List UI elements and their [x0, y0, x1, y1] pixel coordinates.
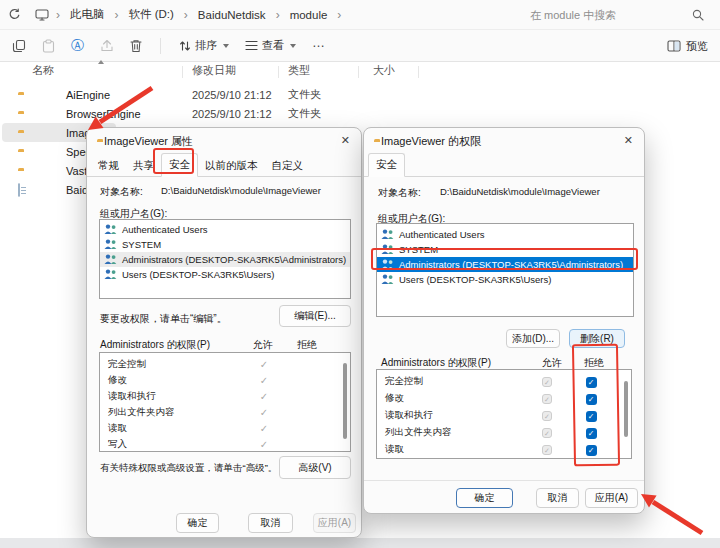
- permission-row: 写入 ✓ ✓: [377, 458, 631, 459]
- computer-icon[interactable]: [35, 9, 49, 21]
- dialog-title: ImageViewer 属性: [104, 134, 193, 149]
- deny-checkbox-checked[interactable]: ✓: [586, 411, 597, 422]
- deny-checkbox-checked[interactable]: ✓: [586, 445, 597, 456]
- close-icon[interactable]: ✕: [341, 135, 350, 146]
- column-divider: [278, 66, 279, 78]
- apply-button[interactable]: 应用(A): [585, 488, 638, 508]
- edit-hint: 要更改权限，请单击“编辑”。: [100, 312, 227, 326]
- refresh-icon[interactable]: [8, 8, 21, 21]
- list-item-users[interactable]: Users (DESKTOP-SKA3RK5\Users): [377, 272, 633, 287]
- view-icon: [245, 40, 258, 51]
- deny-column-label: 拒绝: [297, 338, 317, 352]
- group-list[interactable]: Authenticated Users SYSTEM Administrator…: [376, 223, 634, 317]
- object-name-value: D:\BaiduNetdisk\module\ImageViewer: [161, 185, 321, 196]
- tab-sharing[interactable]: 共享: [126, 155, 161, 177]
- breadcrumb-module[interactable]: module: [287, 7, 331, 23]
- chevron-right-icon: ›: [184, 9, 188, 21]
- list-item-authenticated-users[interactable]: Authenticated Users: [377, 227, 633, 242]
- search-icon[interactable]: [692, 9, 704, 21]
- tab-customize[interactable]: 自定义: [265, 155, 311, 177]
- permission-name: 读取和执行: [385, 409, 525, 422]
- allow-check-icon: ✓: [260, 407, 268, 418]
- permission-name: 完全控制: [385, 375, 525, 388]
- allow-check-icon: ✓: [260, 375, 268, 386]
- permission-name: 修改: [108, 374, 242, 387]
- dialog-titlebar[interactable]: ImageViewer 属性 ✕: [87, 128, 361, 154]
- users-icon: [104, 254, 117, 265]
- column-type[interactable]: 类型: [288, 63, 310, 78]
- more-options-icon[interactable]: …: [312, 35, 326, 50]
- cancel-button[interactable]: 取消: [536, 488, 579, 508]
- column-size[interactable]: 大小: [373, 63, 395, 78]
- cancel-button[interactable]: 取消: [248, 513, 293, 533]
- group-list[interactable]: Authenticated Users SYSTEM Administrator…: [99, 219, 351, 299]
- object-name-label: 对象名称:: [378, 186, 421, 200]
- tab-previous-versions[interactable]: 以前的版本: [198, 155, 265, 177]
- advanced-button[interactable]: 高级(V): [279, 456, 351, 479]
- deny-checkbox-checked[interactable]: ✓: [586, 428, 597, 439]
- remove-button[interactable]: 删除(R): [569, 329, 625, 348]
- permission-row: 列出文件夹内容 ✓: [100, 404, 350, 420]
- deny-checkbox-checked[interactable]: ✓: [586, 394, 597, 405]
- permission-name: 列出文件夹内容: [108, 406, 242, 419]
- share-icon: [100, 39, 114, 52]
- add-button[interactable]: 添加(D)...: [506, 329, 560, 348]
- list-item-system[interactable]: SYSTEM: [100, 237, 350, 252]
- permission-row: 修改 ✓ ✓: [377, 390, 631, 407]
- preview-toggle[interactable]: 预览: [667, 30, 708, 62]
- permissions-dialog: ImageViewer 的权限 ✕ 安全 对象名称: D:\BaiduNetdi…: [363, 127, 645, 514]
- preview-icon: [667, 40, 681, 52]
- group-name: Administrators (DESKTOP-SKA3RK5\Administ…: [399, 259, 623, 270]
- group-name: Users (DESKTOP-SKA3RK5\Users): [399, 274, 551, 285]
- group-name: Authenticated Users: [399, 229, 485, 240]
- file-row-aiengine[interactable]: AiEngine 2025/9/10 21:12 文件夹: [0, 85, 460, 104]
- permission-list[interactable]: 完全控制 ✓ ✓ 修改 ✓ ✓ 读取和执行 ✓ ✓ 列出文件夹内容 ✓ ✓ 读取: [376, 369, 632, 459]
- column-date[interactable]: 修改日期: [192, 63, 236, 78]
- scrollbar[interactable]: [343, 363, 347, 439]
- ok-button[interactable]: 确定: [176, 513, 219, 533]
- ok-button[interactable]: 确定: [456, 488, 513, 508]
- allow-column-label: 允许: [542, 356, 562, 370]
- list-item-administrators-selected[interactable]: Administrators (DESKTOP-SKA3RK5\Administ…: [377, 257, 633, 272]
- tab-general[interactable]: 常规: [91, 155, 126, 177]
- permission-list[interactable]: 完全控制 ✓ 修改 ✓ 读取和执行 ✓ 列出文件夹内容 ✓ 读取 ✓: [99, 352, 351, 452]
- users-icon: [104, 224, 117, 235]
- file-icon: [18, 183, 20, 197]
- permission-row: 完全控制 ✓: [100, 356, 350, 372]
- list-item-authenticated-users[interactable]: Authenticated Users: [100, 222, 350, 237]
- breadcrumb-drive-d[interactable]: 软件 (D:): [126, 5, 177, 24]
- view-button[interactable]: 查看: [245, 38, 296, 53]
- breadcrumb-this-pc[interactable]: 此电脑: [67, 5, 108, 24]
- permission-name: 完全控制: [108, 358, 242, 371]
- list-item-administrators[interactable]: Administrators (DESKTOP-SKA3RK5\Administ…: [100, 252, 350, 267]
- file-row-browserengine[interactable]: BrowserEngine 2025/9/10 21:12 文件夹: [0, 104, 460, 123]
- list-item-system[interactable]: SYSTEM: [377, 242, 633, 257]
- toolbar-divider: [160, 38, 161, 54]
- close-icon[interactable]: ✕: [624, 135, 633, 146]
- file-list-header: 名称 修改日期 类型 大小: [0, 63, 720, 81]
- list-item-users[interactable]: Users (DESKTOP-SKA3RK5\Users): [100, 267, 350, 282]
- scrollbar[interactable]: [624, 381, 628, 437]
- tab-security[interactable]: 安全: [161, 153, 198, 177]
- chevron-down-icon: [223, 44, 229, 48]
- breadcrumb-baidunetdisk[interactable]: BaiduNetdisk: [195, 7, 269, 23]
- file-name: AiEngine: [66, 89, 110, 101]
- sort-label: 排序: [195, 38, 217, 53]
- tab-security[interactable]: 安全: [368, 153, 405, 177]
- search-box[interactable]: 在 module 中搜索: [518, 0, 714, 30]
- column-name[interactable]: 名称: [32, 63, 54, 78]
- edit-button[interactable]: 编辑(E)...: [279, 305, 351, 327]
- file-date: 2025/9/10 21:12: [192, 89, 272, 101]
- permission-row: 读取和执行 ✓: [100, 388, 350, 404]
- permission-name: 修改: [385, 392, 525, 405]
- permission-name: 读取: [108, 422, 242, 435]
- delete-icon[interactable]: [130, 39, 142, 53]
- dialog-titlebar[interactable]: ImageViewer 的权限 ✕: [364, 128, 644, 154]
- sort-button[interactable]: 排序: [179, 38, 229, 53]
- rename-icon[interactable]: Ⓐ: [71, 39, 84, 52]
- copy-icon[interactable]: [12, 39, 26, 53]
- deny-checkbox-checked[interactable]: ✓: [586, 377, 597, 388]
- chevron-right-icon: ›: [56, 9, 60, 21]
- file-type: 文件夹: [288, 106, 321, 121]
- group-name: Authenticated Users: [122, 224, 208, 235]
